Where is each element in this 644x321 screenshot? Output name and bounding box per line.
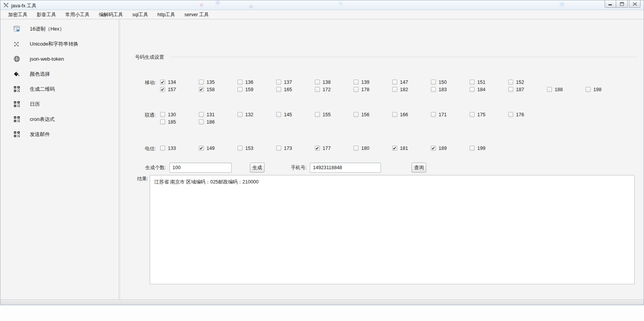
checkbox-box[interactable] (237, 112, 243, 117)
checkbox-box[interactable] (354, 112, 359, 117)
prefix-checkbox-177[interactable]: ✔177 (315, 146, 354, 151)
prefix-checkbox-137[interactable]: 137 (276, 80, 315, 85)
checkbox-box[interactable] (354, 80, 359, 85)
prefix-checkbox-132[interactable]: 132 (237, 112, 276, 117)
prefix-checkbox-149[interactable]: ✔149 (199, 146, 237, 151)
checkbox-box[interactable] (508, 87, 513, 92)
checkbox-box[interactable] (276, 112, 281, 117)
sidebar-item-hex[interactable]: 16进制（Hex） (0, 21, 119, 36)
prefix-checkbox-198[interactable]: 198 (586, 87, 624, 92)
minimize-button[interactable] (605, 0, 616, 8)
checkbox-box[interactable]: ✔ (392, 146, 397, 151)
checkbox-box[interactable]: ✔ (315, 146, 320, 151)
checkbox-box[interactable] (315, 80, 320, 85)
checkbox-box[interactable] (237, 146, 243, 151)
prefix-checkbox-131[interactable]: 131 (199, 112, 237, 117)
checkbox-box[interactable] (392, 87, 397, 92)
checkbox-box[interactable] (392, 80, 397, 85)
prefix-checkbox-159[interactable]: 159 (237, 87, 276, 92)
checkbox-box[interactable] (237, 80, 243, 85)
maximize-button[interactable] (616, 0, 628, 8)
sidebar-item-unicode[interactable]: Unicode和字符串转换 (0, 36, 119, 51)
checkbox-box[interactable] (354, 146, 359, 151)
prefix-checkbox-182[interactable]: 182 (392, 87, 431, 92)
sidebar-item-mail[interactable]: 发送邮件 (0, 127, 119, 142)
prefix-checkbox-181[interactable]: ✔181 (392, 146, 431, 151)
checkbox-box[interactable] (276, 146, 281, 151)
prefix-checkbox-188[interactable]: 188 (547, 87, 586, 92)
menu-item[interactable]: 加密工具 (3, 10, 32, 19)
checkbox-box[interactable] (508, 80, 513, 85)
prefix-checkbox-176[interactable]: 176 (508, 112, 547, 117)
prefix-checkbox-165[interactable]: 165 (276, 87, 315, 92)
checkbox-box[interactable] (470, 87, 475, 92)
menu-item[interactable]: http工具 (153, 10, 180, 19)
prefix-checkbox-158[interactable]: ✔158 (199, 87, 237, 92)
checkbox-box[interactable] (392, 112, 397, 117)
checkbox-box[interactable] (315, 87, 320, 92)
prefix-checkbox-184[interactable]: 184 (470, 87, 508, 92)
prefix-checkbox-153[interactable]: 153 (237, 146, 276, 151)
prefix-checkbox-172[interactable]: 172 (315, 87, 354, 92)
checkbox-box[interactable] (160, 112, 165, 117)
checkbox-box[interactable] (431, 112, 436, 117)
prefix-checkbox-199[interactable]: 199 (470, 146, 508, 151)
query-button[interactable]: 查询 (412, 163, 426, 173)
prefix-checkbox-173[interactable]: 173 (276, 146, 315, 151)
prefix-checkbox-130[interactable]: 130 (160, 112, 199, 117)
prefix-checkbox-157[interactable]: ✔157 (160, 87, 199, 92)
prefix-checkbox-134[interactable]: ✔134 (160, 80, 199, 85)
checkbox-box[interactable]: ✔ (199, 146, 204, 151)
checkbox-box[interactable]: ✔ (431, 146, 436, 151)
sidebar-item-calendar[interactable]: 日历 (0, 97, 119, 112)
prefix-checkbox-135[interactable]: 135 (199, 80, 237, 85)
sidebar-item-color[interactable]: 颜色选择 (0, 66, 119, 82)
prefix-checkbox-189[interactable]: ✔189 (431, 146, 470, 151)
menu-item[interactable]: server 工具 (180, 10, 214, 19)
sidebar-item-jwt[interactable]: json-web-token (0, 51, 119, 66)
prefix-checkbox-133[interactable]: 133 (160, 146, 199, 151)
prefix-checkbox-180[interactable]: 180 (354, 146, 392, 151)
checkbox-box[interactable] (160, 119, 165, 124)
checkbox-box[interactable] (586, 87, 591, 92)
checkbox-box[interactable] (276, 80, 281, 85)
prefix-checkbox-136[interactable]: 136 (237, 80, 276, 85)
prefix-checkbox-171[interactable]: 171 (431, 112, 470, 117)
prefix-checkbox-138[interactable]: 138 (315, 80, 354, 85)
generate-count-input[interactable] (169, 163, 232, 173)
checkbox-box[interactable] (160, 146, 165, 151)
prefix-checkbox-166[interactable]: 166 (392, 112, 431, 117)
prefix-checkbox-183[interactable]: 183 (431, 87, 470, 92)
result-textarea[interactable]: 江苏省 南京市 区域编码：025邮政编码：210000 (150, 175, 635, 284)
prefix-checkbox-156[interactable]: 156 (354, 112, 392, 117)
prefix-checkbox-186[interactable]: 186 (199, 119, 237, 125)
checkbox-box[interactable] (354, 87, 359, 92)
prefix-checkbox-175[interactable]: 175 (470, 112, 508, 117)
prefix-checkbox-151[interactable]: 151 (470, 80, 508, 85)
checkbox-box[interactable] (470, 146, 475, 151)
menu-item[interactable]: 编解码工具 (94, 10, 128, 19)
checkbox-box[interactable] (547, 87, 552, 92)
checkbox-box[interactable] (470, 112, 475, 117)
prefix-checkbox-152[interactable]: 152 (508, 80, 547, 85)
prefix-checkbox-147[interactable]: 147 (392, 80, 431, 85)
checkbox-box[interactable] (431, 87, 436, 92)
prefix-checkbox-139[interactable]: 139 (354, 80, 392, 85)
prefix-checkbox-150[interactable]: 150 (431, 80, 470, 85)
prefix-checkbox-145[interactable]: 145 (276, 112, 315, 117)
menu-item[interactable]: 影音工具 (32, 10, 61, 19)
menu-item[interactable]: 常用小工具 (61, 10, 94, 19)
prefix-checkbox-178[interactable]: 178 (354, 87, 392, 92)
checkbox-box[interactable] (237, 87, 243, 92)
checkbox-box[interactable] (470, 80, 475, 85)
generate-button[interactable]: 生成 (250, 163, 265, 173)
prefix-checkbox-187[interactable]: 187 (508, 87, 547, 92)
checkbox-box[interactable] (276, 87, 281, 92)
checkbox-box[interactable]: ✔ (160, 80, 165, 85)
checkbox-box[interactable]: ✔ (199, 87, 204, 92)
sidebar-item-cron[interactable]: cron表达式 (0, 112, 119, 127)
prefix-checkbox-155[interactable]: 155 (315, 112, 354, 117)
checkbox-box[interactable] (315, 112, 320, 117)
menu-item[interactable]: sql工具 (128, 10, 153, 19)
checkbox-box[interactable] (508, 112, 513, 117)
